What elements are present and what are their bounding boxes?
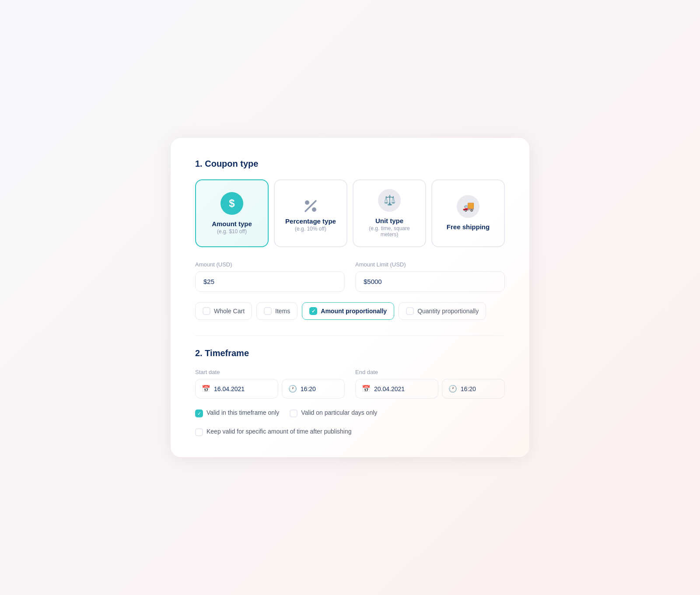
valid-days-option[interactable]: Valid on particular days only: [290, 409, 377, 417]
quantity-proportionally-checkbox: [406, 307, 414, 315]
limit-field-group: Amount Limit (USD): [355, 261, 505, 292]
end-date-value: 20.04.2021: [374, 385, 405, 392]
amount-proportionally-toggle[interactable]: ✓ Amount proportionally: [302, 302, 394, 320]
coupon-type-unit[interactable]: ⚖️ Unit type (e.g. time, square meters): [353, 179, 426, 247]
coupon-section-title: 1. Coupon type: [195, 159, 505, 169]
shipping-type-label: Free shipping: [447, 223, 490, 231]
start-date-label: Start date: [195, 369, 345, 375]
quantity-proportionally-label: Quantity proportionally: [417, 308, 479, 315]
end-time-value: 16:20: [461, 385, 476, 392]
start-date-value: 16.04.2021: [214, 385, 245, 392]
apply-to-row: Whole Cart Items ✓ Amount proportionally…: [195, 302, 505, 320]
amount-type-sub: (e.g. $10 off): [217, 228, 247, 234]
timeframe-section-title: 2. Timeframe: [195, 348, 505, 358]
items-toggle[interactable]: Items: [256, 302, 298, 320]
coupon-form: 1. Coupon type $ Amount type (e.g. $10 o…: [171, 138, 529, 457]
amount-label: Amount (USD): [195, 261, 345, 268]
whole-cart-toggle[interactable]: Whole Cart: [195, 302, 252, 320]
start-date-field[interactable]: 📅 16.04.2021: [195, 379, 278, 399]
valid-timeframe-option[interactable]: ✓ Valid in this timeframe only: [195, 409, 279, 417]
start-time-field[interactable]: 🕐 16:20: [282, 379, 345, 399]
svg-point-1: [312, 207, 316, 212]
amount-proportionally-label: Amount proportionally: [321, 308, 387, 315]
keep-valid-option[interactable]: Keep valid for specific amount of time a…: [195, 428, 352, 436]
dollar-icon: $: [220, 192, 243, 215]
start-date-inner: 📅 16.04.2021 🕐 16:20: [195, 379, 345, 399]
svg-point-0: [305, 200, 309, 205]
coupon-type-selector: $ Amount type (e.g. $10 off) Percentage …: [195, 179, 505, 247]
validity-options-row: ✓ Valid in this timeframe only Valid on …: [195, 409, 505, 436]
end-time-field[interactable]: 🕐 16:20: [442, 379, 505, 399]
items-checkbox: [264, 307, 272, 315]
valid-days-label: Valid on particular days only: [301, 409, 377, 416]
percentage-icon: [299, 195, 322, 217]
valid-timeframe-checkbox: ✓: [195, 410, 203, 417]
start-time-value: 16:20: [301, 385, 316, 392]
unit-type-label: Unit type: [375, 217, 403, 224]
whole-cart-checkbox: [203, 307, 210, 315]
quantity-proportionally-toggle[interactable]: Quantity proportionally: [399, 302, 486, 320]
amount-input[interactable]: [195, 271, 345, 292]
amount-field-group: Amount (USD): [195, 261, 345, 292]
valid-timeframe-label: Valid in this timeframe only: [206, 409, 279, 416]
section-divider: [195, 336, 505, 336]
end-date-field[interactable]: 📅 20.04.2021: [355, 379, 438, 399]
limit-label: Amount Limit (USD): [355, 261, 505, 268]
end-clock-icon: 🕐: [448, 385, 457, 393]
amount-proportionally-checkbox: ✓: [309, 307, 317, 315]
limit-input[interactable]: [355, 271, 505, 292]
valid-days-checkbox: [290, 410, 298, 417]
coupon-type-percentage[interactable]: Percentage type (e.g. 10% off): [274, 179, 347, 247]
coupon-type-shipping[interactable]: 🚚 Free shipping: [431, 179, 505, 247]
start-date-group: Start date 📅 16.04.2021 🕐 16:20: [195, 369, 345, 399]
keep-valid-checkbox: [195, 428, 203, 436]
end-date-inner: 📅 20.04.2021 🕐 16:20: [355, 379, 505, 399]
start-clock-icon: 🕐: [288, 385, 297, 393]
end-date-group: End date 📅 20.04.2021 🕐 16:20: [355, 369, 505, 399]
amount-fields-row: Amount (USD) Amount Limit (USD): [195, 261, 505, 292]
start-calendar-icon: 📅: [202, 385, 210, 393]
whole-cart-label: Whole Cart: [214, 308, 245, 315]
percentage-type-label: Percentage type: [285, 217, 336, 225]
scale-icon: ⚖️: [378, 189, 401, 212]
unit-type-sub: (e.g. time, square meters): [360, 225, 418, 238]
amount-type-label: Amount type: [212, 220, 252, 228]
items-label: Items: [275, 308, 290, 315]
end-date-label: End date: [355, 369, 505, 375]
end-calendar-icon: 📅: [362, 385, 371, 393]
percentage-type-sub: (e.g. 10% off): [295, 226, 326, 232]
coupon-type-amount[interactable]: $ Amount type (e.g. $10 off): [195, 179, 269, 247]
date-row: Start date 📅 16.04.2021 🕐 16:20 End date…: [195, 369, 505, 399]
truck-icon: 🚚: [457, 195, 480, 218]
keep-valid-label: Keep valid for specific amount of time a…: [206, 428, 352, 435]
